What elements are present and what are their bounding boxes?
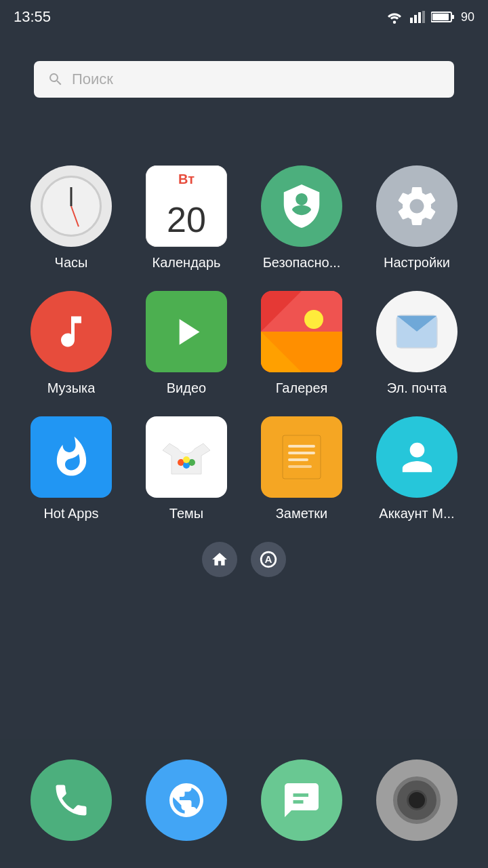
app-row-1: Часы Вт 20 Календарь Безопасно... На <box>14 165 474 271</box>
search-placeholder: Поиск <box>72 71 113 88</box>
email-icon <box>376 291 458 372</box>
app-label-video: Видео <box>167 380 206 396</box>
app-email[interactable]: Эл. почта <box>366 291 468 396</box>
app-themes[interactable]: Темы <box>136 416 237 521</box>
app-hotapps[interactable]: Hot Apps <box>20 416 122 521</box>
app-music[interactable]: Музыка <box>20 291 122 396</box>
svg-rect-7 <box>432 14 449 20</box>
themes-icon <box>146 416 227 498</box>
app-row-3: Hot Apps Темы <box>14 416 474 521</box>
account-icon <box>376 416 458 498</box>
app-notes[interactable]: Заметки <box>251 416 352 521</box>
app-label-hotapps: Hot Apps <box>43 506 98 521</box>
dock-camera[interactable] <box>376 760 458 841</box>
svg-rect-1 <box>410 18 413 23</box>
wifi-icon <box>385 10 404 24</box>
app-label-gallery: Галерея <box>276 380 328 396</box>
svg-rect-23 <box>288 452 315 454</box>
battery-icon <box>431 10 455 24</box>
app-label-settings: Настройки <box>384 255 450 271</box>
dock-messages[interactable] <box>261 760 342 841</box>
notes-icon <box>261 416 342 498</box>
app-label-calendar: Календарь <box>152 255 221 271</box>
app-label-account: Аккаунт М... <box>379 506 454 521</box>
battery-level: 90 <box>461 10 474 24</box>
clock-icon <box>30 165 112 247</box>
hotapps-icon <box>30 416 112 498</box>
app-label-music: Музыка <box>47 380 96 396</box>
svg-rect-6 <box>451 15 454 19</box>
gallery-icon <box>261 291 342 372</box>
status-icons: 90 <box>385 10 474 24</box>
search-bar[interactable]: Поиск <box>34 61 454 98</box>
app-label-clock: Часы <box>55 255 88 271</box>
bottom-dock <box>0 739 488 868</box>
calendar-icon: Вт 20 <box>146 165 227 247</box>
signal-icon <box>409 10 426 24</box>
app-grid: Часы Вт 20 Календарь Безопасно... На <box>0 165 488 521</box>
app-calendar[interactable]: Вт 20 Календарь <box>136 165 237 271</box>
calendar-dayofweek: Вт <box>146 166 226 193</box>
search-container: Поиск <box>0 47 488 111</box>
app-security[interactable]: Безопасно... <box>251 165 352 271</box>
dock-phone[interactable] <box>30 760 112 841</box>
security-icon <box>261 165 342 247</box>
status-bar: 13:55 90 <box>0 0 488 34</box>
app-account[interactable]: Аккаунт М... <box>366 416 468 521</box>
calendar-day: 20 <box>146 193 226 246</box>
music-icon <box>30 291 112 372</box>
status-time: 13:55 <box>14 8 51 26</box>
svg-rect-20 <box>283 435 321 479</box>
apps-nav-button[interactable]: A <box>251 542 286 577</box>
svg-rect-2 <box>414 15 417 23</box>
svg-point-19 <box>183 456 190 463</box>
dock-browser[interactable] <box>146 760 227 841</box>
video-icon <box>146 291 227 372</box>
app-row-2: Музыка Видео Галерея <box>14 291 474 396</box>
svg-point-12 <box>304 310 323 329</box>
home-nav-button[interactable] <box>202 542 237 577</box>
svg-text:A: A <box>265 553 272 565</box>
app-label-email: Эл. почта <box>387 380 447 396</box>
svg-rect-22 <box>288 445 315 448</box>
svg-rect-3 <box>418 12 421 23</box>
svg-rect-24 <box>288 458 308 461</box>
nav-dots: A <box>0 542 488 577</box>
svg-point-0 <box>393 21 396 24</box>
app-gallery[interactable]: Галерея <box>251 291 352 396</box>
app-settings[interactable]: Настройки <box>366 165 468 271</box>
app-label-themes: Темы <box>169 506 203 521</box>
app-label-notes: Заметки <box>276 506 328 521</box>
settings-icon <box>376 165 458 247</box>
search-icon <box>47 71 64 87</box>
app-label-security: Безопасно... <box>263 255 341 271</box>
app-clock[interactable]: Часы <box>20 165 122 271</box>
svg-rect-4 <box>422 11 425 23</box>
svg-rect-25 <box>288 465 312 468</box>
app-video[interactable]: Видео <box>136 291 237 396</box>
